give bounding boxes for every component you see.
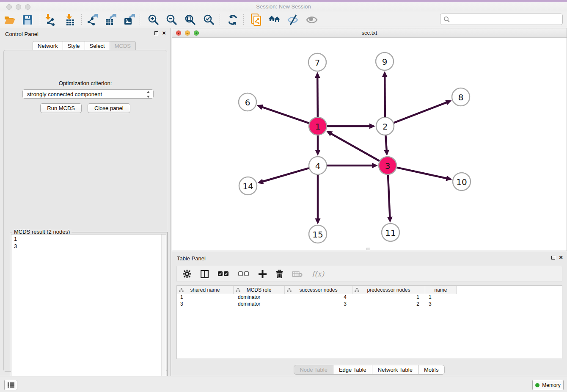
tab-network[interactable]: Network xyxy=(33,41,63,51)
graph-node-label: 1 xyxy=(315,121,321,132)
toolbar-separator xyxy=(220,14,220,25)
birdseye-view-button[interactable] xyxy=(304,13,319,26)
table-row[interactable]: 1 dominator 4 1 1 xyxy=(177,294,562,301)
table-panel: Table Panel × f(x) shared name MCDS role… xyxy=(172,252,567,376)
optimization-criterion-select[interactable]: strongly connected component xyxy=(22,89,154,99)
network-window-title: scc.txt xyxy=(172,30,567,36)
network-document-icon xyxy=(251,14,262,26)
table-toolbar: f(x) xyxy=(176,266,562,282)
import-network-button[interactable] xyxy=(43,13,58,26)
graph-node-label: 9 xyxy=(382,57,388,67)
network-view-window: × − + scc.txt 1234678910111415 xyxy=(172,28,567,251)
control-panel: Control Panel × Network Style Select MCD… xyxy=(0,28,171,376)
unselect-all-columns-button[interactable] xyxy=(238,271,249,276)
zoom-fit-icon xyxy=(185,14,196,25)
run-mcds-button[interactable]: Run MCDS xyxy=(40,103,82,113)
refresh-button[interactable] xyxy=(225,13,240,26)
optimization-criterion-label: Optimization criterion: xyxy=(4,80,167,86)
float-panel-icon[interactable] xyxy=(154,31,158,35)
zoom-selected-button[interactable] xyxy=(201,13,217,26)
mcds-result-line: 1 xyxy=(14,235,163,243)
graph-node-label: 6 xyxy=(245,97,250,108)
close-panel-icon[interactable]: × xyxy=(559,255,563,259)
column-header-successor-nodes[interactable]: successor nodes xyxy=(285,286,352,294)
graph-node-label: 8 xyxy=(458,92,464,102)
graph-edge-arrowhead xyxy=(315,72,320,78)
toolbar-separator xyxy=(140,14,140,25)
graph-edge[interactable] xyxy=(330,133,379,161)
toolbar-separator xyxy=(81,14,82,25)
graph-edge-arrowhead xyxy=(387,217,393,223)
column-header-predecessor-nodes[interactable]: predecessor nodes xyxy=(352,286,425,294)
tab-mcds[interactable]: MCDS xyxy=(110,41,136,51)
mcds-result-line: 3 xyxy=(14,243,163,250)
node-table[interactable]: shared name MCDS role successor nodes pr… xyxy=(176,285,562,359)
zoom-fit-button[interactable] xyxy=(183,13,198,26)
graph-edge[interactable] xyxy=(394,102,447,123)
column-header-shared-name[interactable]: shared name xyxy=(177,286,234,294)
select-all-columns-button[interactable] xyxy=(218,271,229,276)
graph-edge-arrowhead xyxy=(257,179,264,184)
network-window-titlebar[interactable]: × − + scc.txt xyxy=(172,28,567,38)
export-image-button[interactable] xyxy=(122,13,137,26)
delete-column-button[interactable] xyxy=(276,270,283,278)
eye-icon xyxy=(306,15,318,25)
search-field[interactable] xyxy=(440,14,563,25)
tree-hierarchy-icon xyxy=(179,288,184,292)
graph-edge[interactable] xyxy=(262,168,309,182)
tab-network-table[interactable]: Network Table xyxy=(372,365,418,375)
import-table-button[interactable] xyxy=(63,13,78,26)
graph-edge[interactable] xyxy=(388,175,390,218)
toolbar-separator xyxy=(243,14,244,25)
save-icon xyxy=(23,15,32,25)
export-network-button[interactable] xyxy=(85,13,100,26)
result-scrollbar[interactable] xyxy=(161,235,166,389)
column-header-mcds-role[interactable]: MCDS role xyxy=(234,286,285,294)
graph-node-label: 2 xyxy=(383,121,388,132)
zoom-in-button[interactable] xyxy=(146,13,161,26)
tab-motifs[interactable]: Motifs xyxy=(418,365,445,375)
show-all-networks-button[interactable] xyxy=(267,13,282,26)
eye-slash-icon xyxy=(287,14,299,25)
graph-edge[interactable] xyxy=(261,107,309,123)
graph-edge[interactable] xyxy=(317,77,318,117)
graph-edge[interactable] xyxy=(385,135,386,151)
table-panel-title: Table Panel xyxy=(177,255,206,262)
mcds-tab-content: Optimization criterion: strongly connect… xyxy=(3,50,167,372)
toolbar-separator xyxy=(40,14,40,25)
search-input[interactable] xyxy=(450,16,562,22)
refresh-icon xyxy=(227,14,238,25)
table-settings-button[interactable] xyxy=(183,270,191,278)
task-history-button[interactable] xyxy=(4,380,17,390)
save-session-button[interactable] xyxy=(20,13,35,26)
float-panel-icon[interactable] xyxy=(551,256,555,259)
new-network-from-file-button[interactable] xyxy=(249,13,264,26)
graph-edge-arrowhead xyxy=(372,163,378,168)
export-table-button[interactable] xyxy=(103,13,118,26)
memory-button[interactable]: Memory xyxy=(532,380,564,390)
tab-select[interactable]: Select xyxy=(85,41,110,51)
tab-style[interactable]: Style xyxy=(63,41,85,51)
status-bar: Memory xyxy=(0,376,567,392)
canvas-resize-grip[interactable] xyxy=(366,248,370,250)
list-icon xyxy=(8,382,14,388)
open-session-button[interactable] xyxy=(2,13,17,26)
houses-icon xyxy=(268,15,281,25)
graph-edge[interactable] xyxy=(396,168,447,179)
main-toolbar xyxy=(0,12,567,27)
mcds-result-list[interactable]: 1 3 xyxy=(11,234,166,389)
close-panel-button[interactable]: Close panel xyxy=(88,103,130,113)
tab-edge-table[interactable]: Edge Table xyxy=(333,365,372,375)
tab-node-table[interactable]: Node Table xyxy=(294,365,333,375)
hide-graphics-details-button[interactable] xyxy=(285,13,300,26)
close-panel-icon[interactable]: × xyxy=(162,31,166,35)
column-header-name[interactable]: name xyxy=(425,286,457,294)
network-canvas[interactable]: 1234678910111415 xyxy=(172,38,567,251)
graph-edge-arrowhead xyxy=(382,71,388,77)
graph-edge[interactable] xyxy=(385,76,385,117)
show-column-panel-button[interactable] xyxy=(201,270,209,278)
table-row[interactable]: 3 dominator 3 2 3 xyxy=(177,301,562,308)
mcds-result-group: MCDS result (2 nodes) 1 3 xyxy=(10,232,168,390)
zoom-out-button[interactable] xyxy=(164,13,179,26)
create-column-button[interactable] xyxy=(259,270,267,278)
